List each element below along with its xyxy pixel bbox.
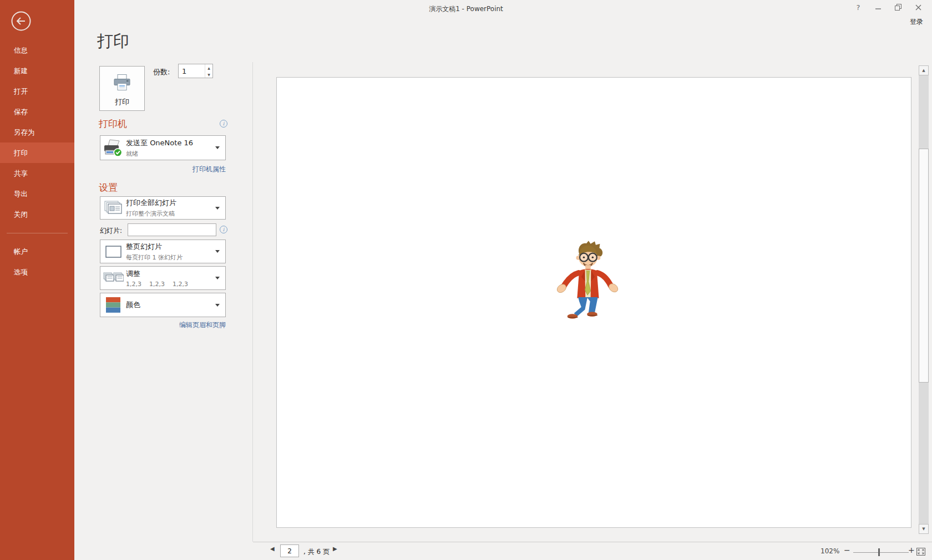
printer-device-icon: [100, 139, 126, 157]
backstage-menu: 信息 新建 打开 保存 另存为 打印 共享 导出 关闭 帐户 选项: [0, 40, 74, 282]
printer-icon: [100, 74, 144, 94]
layout-sub: 每页打印 1 张幻灯片: [126, 253, 215, 262]
copies-spin-buttons: ▲ ▼: [205, 64, 212, 78]
printer-dropdown[interactable]: 发送至 OneNote 16 就绪: [100, 135, 226, 160]
layout-dropdown[interactable]: 整页幻灯片 每页打印 1 张幻灯片: [100, 240, 226, 263]
layout-main: 整页幻灯片: [126, 242, 215, 252]
chevron-down-icon: [215, 304, 220, 307]
printer-info-icon[interactable]: i: [220, 120, 227, 128]
layout-text: 整页幻灯片 每页打印 1 张幻灯片: [126, 242, 215, 262]
backstage-sidebar: 信息 新建 打开 保存 另存为 打印 共享 导出 关闭 帐户 选项: [0, 0, 74, 560]
zoom-out-icon[interactable]: −: [844, 546, 850, 554]
sidebar-item-save[interactable]: 保存: [0, 101, 74, 122]
sidebar-item-share[interactable]: 共享: [0, 163, 74, 184]
printer-properties-link[interactable]: 打印机属性: [100, 165, 226, 174]
sidebar-item-close[interactable]: 关闭: [0, 204, 74, 225]
sidebar-item-export[interactable]: 导出: [0, 184, 74, 204]
print-button-label: 打印: [100, 97, 144, 107]
window-title: 演示文稿1 - PowerPoint: [0, 4, 932, 14]
sidebar-item-open[interactable]: 打开: [0, 81, 74, 101]
color-text: 颜色: [126, 300, 215, 310]
window-controls: ?: [852, 2, 924, 12]
copies-input[interactable]: [179, 64, 205, 78]
slide-character-image: [556, 238, 619, 325]
zoom-in-icon[interactable]: +: [908, 546, 915, 554]
print-preview-slide: [276, 77, 911, 528]
powerpoint-backstage-print: 演示文稿1 - PowerPoint ? 登录 信息 新建 打开 保存 另存为 …: [0, 0, 932, 560]
chevron-down-icon: [215, 146, 220, 149]
full-page-slide-icon: [100, 245, 126, 259]
printer-name: 发送至 OneNote 16: [126, 138, 215, 148]
collate-sub: 1,2,3 1,2,3 1,2,3: [126, 281, 215, 288]
sidebar-item-options[interactable]: 选项: [0, 262, 74, 282]
edit-header-footer-link[interactable]: 编辑页眉和页脚: [100, 320, 226, 330]
collate-text: 调整 1,2,3 1,2,3 1,2,3: [126, 269, 215, 288]
page-title: 打印: [97, 30, 129, 53]
sidebar-item-info[interactable]: 信息: [0, 40, 74, 60]
print-range-dropdown[interactable]: 打印全部幻灯片 打印整个演示文稿: [100, 196, 226, 220]
minimize-icon[interactable]: [872, 2, 884, 12]
color-main: 颜色: [126, 300, 215, 310]
page-total-label: , 共 6 页: [303, 547, 330, 557]
current-page-input[interactable]: [280, 544, 299, 557]
settings-section-heading: 设置: [99, 181, 118, 194]
color-swatch-icon: [100, 296, 126, 314]
print-range-text: 打印全部幻灯片 打印整个演示文稿: [126, 198, 215, 218]
next-page-icon[interactable]: ▶: [333, 546, 337, 552]
chevron-down-icon: [215, 277, 220, 279]
zoom-slider-thumb[interactable]: [878, 548, 880, 556]
slides-label: 幻灯片:: [100, 226, 122, 236]
chevron-down-icon: [215, 250, 220, 253]
copies-stepper: ▲ ▼: [178, 64, 213, 78]
restore-icon[interactable]: [892, 2, 904, 12]
sidebar-item-saveas[interactable]: 另存为: [0, 122, 74, 142]
sidebar-item-account[interactable]: 帐户: [0, 241, 74, 262]
zoom-percent-label[interactable]: 102%: [820, 547, 839, 555]
collate-main: 调整: [126, 269, 215, 279]
spin-up-icon[interactable]: ▲: [205, 64, 212, 71]
close-icon[interactable]: [912, 2, 924, 12]
scroll-down-icon[interactable]: ▼: [919, 524, 929, 534]
previous-page-icon[interactable]: ◀: [270, 546, 275, 552]
help-icon[interactable]: ?: [852, 2, 864, 12]
scrollbar-thumb[interactable]: [919, 149, 929, 383]
slides-range-input[interactable]: [128, 223, 216, 236]
print-button[interactable]: 打印: [99, 66, 145, 111]
spin-down-icon[interactable]: ▼: [205, 71, 212, 78]
color-dropdown[interactable]: 颜色: [100, 293, 226, 317]
sign-in-link[interactable]: 登录: [910, 17, 923, 27]
chevron-down-icon: [215, 207, 220, 210]
sidebar-item-print[interactable]: 打印: [0, 142, 74, 163]
statusbar-separator: [253, 542, 932, 542]
printer-section-heading: 打印机: [99, 118, 127, 130]
panel-separator: [252, 62, 253, 542]
collate-icon: [100, 271, 126, 286]
print-all-slides-icon: [100, 200, 126, 216]
print-range-sub: 打印整个演示文稿: [126, 210, 215, 218]
sidebar-divider: [7, 233, 68, 233]
copies-label: 份数:: [153, 67, 170, 77]
printer-dropdown-text: 发送至 OneNote 16 就绪: [126, 138, 215, 158]
scroll-up-icon[interactable]: ▲: [919, 65, 929, 75]
collate-dropdown[interactable]: 调整 1,2,3 1,2,3 1,2,3: [100, 266, 226, 290]
back-button[interactable]: [11, 11, 32, 32]
zoom-slider-track[interactable]: [853, 552, 909, 553]
sidebar-item-new[interactable]: 新建: [0, 60, 74, 81]
printer-status: 就绪: [126, 150, 215, 158]
print-range-main: 打印全部幻灯片: [126, 198, 215, 208]
fit-to-window-icon[interactable]: [915, 547, 926, 557]
preview-scrollbar[interactable]: ▲ ▼: [919, 65, 929, 534]
slides-info-icon[interactable]: i: [220, 226, 227, 233]
